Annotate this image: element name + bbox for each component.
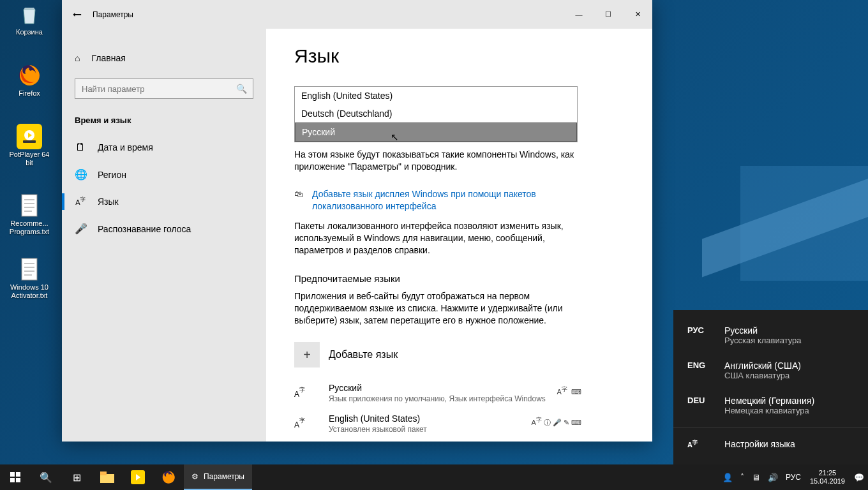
tray-volume-icon[interactable]: 🔊 bbox=[764, 464, 782, 490]
sidebar-section-title: Время и язык bbox=[62, 112, 266, 134]
desktop-icon-recycle-bin[interactable]: Корзина bbox=[5, 1, 54, 36]
store-icon: 🛍 bbox=[294, 188, 303, 212]
desktop-icon-label: Recomme... Programs.txt bbox=[5, 219, 54, 236]
taskbar: 🔍 ⊞ ⚙ Параметры 👤 ˄ 🖥 🔊 РУС 21:25 15.04.… bbox=[0, 464, 868, 490]
language-name: Английский (США) bbox=[724, 360, 801, 371]
language-features-icons: A字 ⌨ bbox=[557, 383, 581, 403]
taskbar-running-settings[interactable]: ⚙ Параметры bbox=[184, 464, 252, 490]
language-name: Немецкий (Германия) bbox=[724, 396, 814, 406]
language-flyout-item[interactable]: РУС Русский Русская клавиатура bbox=[673, 318, 868, 353]
plus-icon: + bbox=[294, 342, 320, 368]
taskbar-potplayer[interactable] bbox=[123, 464, 153, 490]
tray-language-indicator[interactable]: РУС bbox=[782, 464, 805, 490]
text-file-icon bbox=[17, 256, 42, 282]
keyboard-name: Немецкая клавиатура bbox=[724, 406, 814, 415]
sidebar-item-label: Распознавание голоса bbox=[98, 224, 191, 234]
sidebar-item-speech[interactable]: 🎤 Распознавание голоса bbox=[62, 215, 266, 242]
language-item-sub: Установлен языковой пакет bbox=[329, 425, 522, 434]
sidebar-item-region[interactable]: 🌐 Регион bbox=[62, 161, 266, 188]
start-button[interactable] bbox=[0, 464, 31, 490]
language-item-sub: Язык приложения по умолчанию, Язык интер… bbox=[329, 394, 548, 403]
svg-rect-2 bbox=[23, 140, 36, 143]
recycle-bin-icon bbox=[17, 1, 42, 27]
back-button[interactable]: 🠔 bbox=[62, 10, 93, 20]
keyboard-name: США клавиатура bbox=[724, 371, 801, 380]
language-flyout-item[interactable]: DEU Немецкий (Германия) Немецкая клавиат… bbox=[673, 388, 868, 423]
page-heading: Язык bbox=[294, 45, 624, 67]
search-input[interactable] bbox=[75, 78, 253, 99]
add-language-button[interactable]: + Добавьте язык bbox=[294, 342, 624, 368]
language-settings-label: Настройки языка bbox=[724, 439, 795, 449]
tray-people[interactable]: 👤 bbox=[719, 464, 737, 490]
language-option[interactable]: English (United States) bbox=[295, 87, 577, 105]
tray-network-icon[interactable]: 🖥 bbox=[748, 464, 764, 490]
taskbar-firefox[interactable] bbox=[153, 464, 184, 490]
calendar-icon: 🗒 bbox=[75, 142, 86, 153]
tray-time: 21:25 bbox=[810, 469, 845, 477]
desktop-icon-txt1[interactable]: Recomme... Programs.txt bbox=[5, 193, 54, 236]
language-option[interactable]: Deutsch (Deutschland) bbox=[295, 105, 577, 122]
content-area: Язык English (United States) Deutsch (De… bbox=[266, 29, 652, 442]
desktop-icon-label: PotPlayer 64 bit bbox=[5, 151, 54, 167]
desktop-icon-label: Корзина bbox=[5, 28, 54, 36]
sidebar-item-label: Дата и время bbox=[98, 142, 153, 152]
tray-action-center[interactable]: 💬 bbox=[850, 464, 868, 490]
add-language-label: Добавьте язык bbox=[329, 349, 398, 360]
language-code: DEU bbox=[687, 396, 712, 415]
desktop-icon-txt2[interactable]: Windows 10 Activator.txt bbox=[5, 256, 54, 300]
task-view-button[interactable]: ⊞ bbox=[61, 464, 92, 490]
desktop-icon-label: Windows 10 Activator.txt bbox=[5, 283, 54, 300]
language-item-name: English (United States) bbox=[329, 413, 522, 424]
window-title: Параметры bbox=[93, 10, 133, 19]
svg-rect-18 bbox=[100, 471, 107, 475]
maximize-button[interactable]: ☐ bbox=[594, 5, 623, 24]
svg-rect-15 bbox=[10, 478, 15, 482]
language-option-selected[interactable]: Русский bbox=[295, 122, 577, 142]
sidebar-item-label: Регион bbox=[98, 170, 126, 180]
minimize-button[interactable]: — bbox=[564, 5, 594, 24]
gear-icon: ⚙ bbox=[191, 472, 198, 481]
separator bbox=[673, 427, 868, 427]
language-flyout-item[interactable]: ENG Английский (США) США клавиатура bbox=[673, 353, 868, 388]
sidebar-home-label: Главная bbox=[91, 53, 125, 63]
language-features-icons: A字 ⓘ 🎤 ✎ ⌨ bbox=[531, 413, 581, 434]
taskbar-running-label: Параметры bbox=[204, 472, 244, 481]
sidebar: ⌂ Главная 🔍 Время и язык 🗒 Дата и время … bbox=[62, 29, 266, 442]
taskbar-explorer[interactable] bbox=[92, 464, 123, 490]
svg-rect-3 bbox=[22, 195, 37, 216]
desktop-icon-firefox[interactable]: Firefox bbox=[5, 63, 54, 98]
add-display-language-link[interactable]: 🛍 Добавьте язык дисплея Windows при помо… bbox=[294, 188, 569, 212]
svg-rect-8 bbox=[22, 258, 37, 280]
language-code: РУС bbox=[687, 325, 712, 345]
settings-window: 🠔 Параметры — ☐ ✕ ⌂ Главная 🔍 Время и яз… bbox=[62, 0, 652, 442]
link-text: Добавьте язык дисплея Windows при помощи… bbox=[312, 188, 569, 212]
system-tray: 👤 ˄ 🖥 🔊 РУС 21:25 15.04.2019 💬 bbox=[719, 464, 868, 490]
preferred-language-item[interactable]: A字 Русский Язык приложения по умолчанию,… bbox=[294, 378, 581, 408]
preferred-language-item[interactable]: A字 English (United States) Установлен яз… bbox=[294, 408, 581, 439]
language-item-icon: A字 bbox=[294, 413, 320, 434]
language-switcher-flyout: РУС Русский Русская клавиатура ENG Англи… bbox=[673, 310, 868, 464]
tray-clock[interactable]: 21:25 15.04.2019 bbox=[805, 469, 850, 486]
lip-description: Пакеты локализованного интерфейса позвол… bbox=[294, 220, 580, 256]
tray-date: 15.04.2019 bbox=[810, 477, 845, 486]
preferred-languages-heading: Предпочитаемые языки bbox=[294, 273, 624, 284]
sidebar-home[interactable]: ⌂ Главная bbox=[62, 47, 266, 70]
language-icon: A字 bbox=[75, 196, 86, 207]
svg-rect-16 bbox=[16, 478, 20, 482]
desktop-icon-potplayer[interactable]: PotPlayer 64 bit bbox=[5, 124, 54, 167]
sidebar-item-datetime[interactable]: 🗒 Дата и время bbox=[62, 134, 266, 161]
tray-overflow[interactable]: ˄ bbox=[737, 464, 748, 490]
display-language-select[interactable]: English (United States) Deutsch (Deutsch… bbox=[294, 86, 578, 142]
search-icon: 🔍 bbox=[236, 84, 247, 94]
desktop-icon-label: Firefox bbox=[5, 89, 54, 98]
preferred-languages-description: Приложения и веб-сайты будут отображатьс… bbox=[294, 290, 580, 327]
close-button[interactable]: ✕ bbox=[623, 5, 652, 24]
language-settings-icon: A字 bbox=[687, 439, 712, 449]
language-settings-link[interactable]: A字 Настройки языка bbox=[673, 431, 868, 457]
language-item-name: Русский bbox=[329, 383, 548, 393]
search-button[interactable]: 🔍 bbox=[31, 464, 61, 490]
sidebar-item-language[interactable]: A字 Язык bbox=[62, 188, 266, 215]
sidebar-item-label: Язык bbox=[98, 197, 119, 207]
keyboard-name: Русская клавиатура bbox=[724, 336, 802, 345]
globe-icon: 🌐 bbox=[75, 168, 86, 181]
